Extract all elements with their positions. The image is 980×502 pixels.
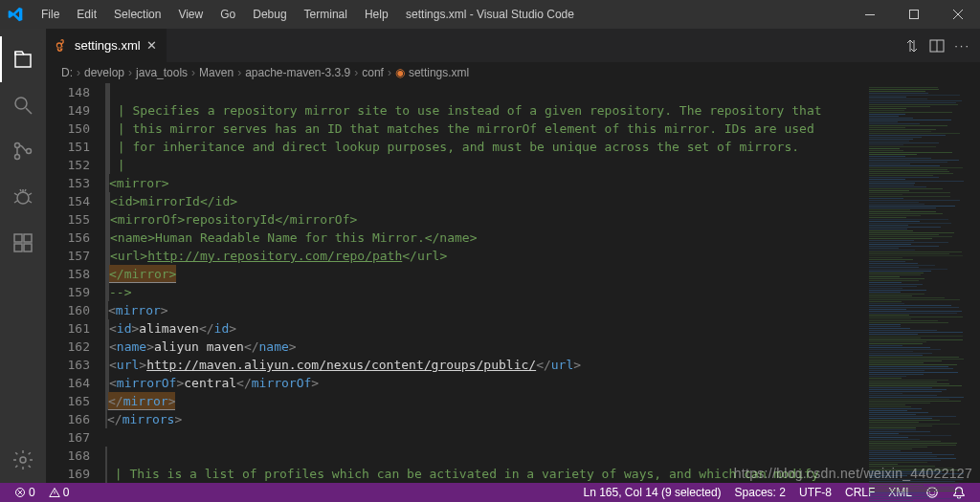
breadcrumb-segment[interactable]: conf: [362, 66, 384, 79]
svg-point-6: [17, 192, 29, 204]
menu-file[interactable]: File: [33, 4, 68, 25]
svg-point-2: [15, 98, 27, 109]
split-editor-icon[interactable]: [929, 38, 945, 54]
xml-file-icon: ◉: [395, 66, 405, 79]
menu-debug[interactable]: Debug: [244, 4, 295, 25]
vscode-logo-icon: [8, 7, 23, 22]
svg-point-5: [27, 149, 32, 154]
menu-help[interactable]: Help: [356, 4, 397, 25]
tab-label: settings.xml: [75, 38, 141, 53]
breadcrumb-segment[interactable]: D:: [61, 66, 73, 79]
status-encoding[interactable]: UTF-8: [792, 486, 838, 499]
menu-selection[interactable]: Selection: [105, 4, 169, 25]
editor[interactable]: 1481491501511521531541551561571581591601…: [46, 83, 865, 483]
minimize-button[interactable]: [848, 0, 892, 29]
activitybar: [0, 29, 46, 483]
tabbar: settings.xml ✕ ···: [46, 29, 980, 62]
titlebar: File Edit Selection View Go Debug Termin…: [0, 0, 980, 29]
menu-go[interactable]: Go: [212, 4, 244, 25]
breadcrumb-file[interactable]: settings.xml: [409, 66, 469, 79]
xml-file-icon: [56, 39, 69, 53]
breadcrumb-segment[interactable]: Maven: [199, 66, 234, 79]
status-spaces[interactable]: Spaces: 2: [728, 486, 792, 499]
svg-rect-8: [24, 234, 32, 242]
svg-point-3: [15, 143, 20, 148]
more-actions-icon[interactable]: ···: [954, 38, 970, 53]
activity-settings[interactable]: [0, 437, 46, 483]
svg-point-11: [20, 457, 26, 463]
svg-rect-1: [910, 11, 919, 19]
menubar: File Edit Selection View Go Debug Termin…: [33, 4, 397, 25]
compare-icon[interactable]: [904, 38, 920, 54]
activity-explorer[interactable]: [0, 36, 46, 82]
minimap[interactable]: [865, 83, 980, 483]
close-button[interactable]: [936, 0, 980, 29]
menu-view[interactable]: View: [169, 4, 212, 25]
activity-search[interactable]: [0, 82, 46, 128]
window-controls: [848, 0, 980, 29]
activity-debug[interactable]: [0, 174, 46, 220]
svg-rect-0: [865, 14, 875, 15]
svg-rect-10: [24, 244, 32, 251]
menu-terminal[interactable]: Terminal: [296, 4, 356, 25]
gutter: 1481491501511521531541551561571581591601…: [46, 83, 105, 483]
activity-extensions[interactable]: [0, 220, 46, 266]
statusbar: 0 0 Ln 165, Col 14 (9 selected) Spaces: …: [0, 483, 980, 502]
breadcrumb-segment[interactable]: java_tools: [136, 66, 188, 79]
status-errors[interactable]: 0: [8, 486, 42, 499]
svg-rect-7: [14, 234, 22, 242]
breadcrumb-segment[interactable]: apache-maven-3.3.9: [245, 66, 350, 79]
status-warnings[interactable]: 0: [42, 486, 77, 499]
menu-edit[interactable]: Edit: [68, 4, 105, 25]
tab-close-icon[interactable]: ✕: [146, 38, 157, 53]
tab-settings-xml[interactable]: settings.xml ✕: [46, 29, 167, 62]
status-cursor[interactable]: Ln 165, Col 14 (9 selected): [577, 486, 728, 499]
svg-point-4: [15, 155, 20, 160]
breadcrumb-segment[interactable]: develop: [84, 66, 124, 79]
activity-scm[interactable]: [0, 128, 46, 174]
maximize-button[interactable]: [892, 0, 936, 29]
code-content[interactable]: | Specifies a repository mirror site to …: [105, 83, 865, 483]
breadcrumb[interactable]: D:› develop› java_tools› Maven› apache-m…: [46, 62, 980, 83]
watermark: https://blog.csdn.net/weixin_44022127: [734, 466, 972, 481]
window-title: settings.xml - Visual Studio Code: [406, 8, 574, 21]
svg-rect-9: [14, 244, 22, 251]
